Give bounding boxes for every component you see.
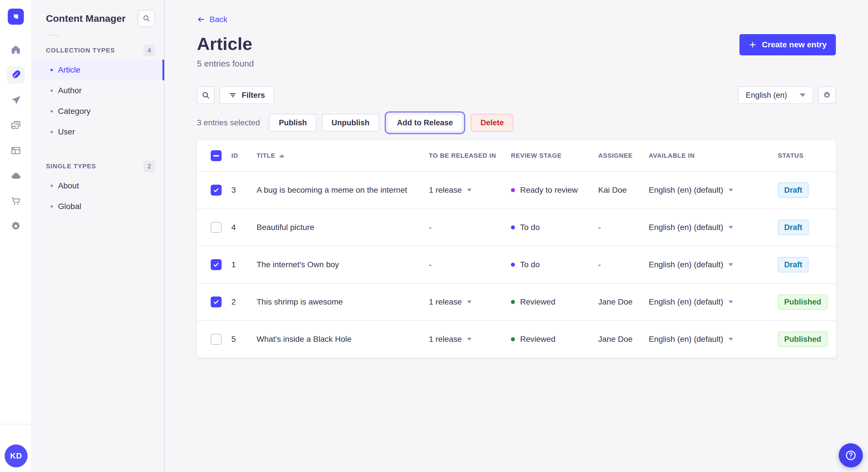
status-badge: Draft: [778, 182, 809, 198]
cell-title: The internet's Own boy: [257, 260, 429, 269]
stage-dot-icon: [511, 225, 515, 229]
column-header-title[interactable]: TITLE: [257, 152, 429, 160]
strapi-logo[interactable]: [8, 9, 24, 25]
content-manager-sidebar: Content Manager COLLECTION TYPES 4 Artic…: [32, 0, 165, 472]
column-header-review-stage[interactable]: REVIEW STAGE: [511, 152, 598, 160]
cell-id: 4: [231, 223, 257, 232]
filters-button[interactable]: Filters: [219, 86, 274, 104]
view-settings-button[interactable]: [818, 86, 836, 104]
bullet-icon: [51, 185, 53, 187]
section-count-badge: 4: [144, 45, 155, 56]
cell-assignee: Jane Doe: [598, 297, 649, 307]
search-button[interactable]: [197, 86, 215, 104]
select-all-checkbox[interactable]: [211, 150, 222, 161]
release-text: -: [429, 260, 431, 269]
unpublish-button[interactable]: Unpublish: [322, 114, 379, 132]
column-header-assignee[interactable]: ASSIGNEE: [598, 152, 649, 160]
bullet-icon: [51, 205, 53, 208]
content-manager-icon[interactable]: [7, 66, 25, 84]
create-new-entry-button[interactable]: Create new entry: [739, 34, 836, 55]
stage-text: Reviewed: [520, 297, 555, 307]
stage-dot-icon: [511, 300, 515, 304]
release-text: 1 release: [429, 335, 462, 344]
available-caret-icon[interactable]: [728, 301, 733, 303]
table-row[interactable]: 5 What's inside a Black Hole 1 release R…: [197, 320, 836, 358]
sidebar-search-button[interactable]: [138, 10, 155, 27]
publish-button[interactable]: Publish: [269, 114, 317, 132]
bullet-icon: [51, 90, 53, 92]
row-checkbox[interactable]: [211, 185, 222, 196]
table-header-row: ID TITLE TO BE RELEASED IN REVIEW STAGE …: [197, 140, 836, 171]
sort-ascending-icon: [279, 154, 284, 158]
settings-icon[interactable]: [7, 217, 25, 235]
table-row[interactable]: 2 This shrimp is awesome 1 release Revie…: [197, 283, 836, 320]
table-body: 3 A bug is becoming a meme on the intern…: [197, 171, 836, 358]
search-icon: [202, 91, 210, 100]
release-text: 1 release: [429, 297, 462, 307]
back-arrow-icon: [197, 15, 206, 24]
media-library-icon[interactable]: [7, 116, 25, 134]
stage-dot-icon: [511, 188, 515, 192]
column-header-release[interactable]: TO BE RELEASED IN: [429, 152, 511, 160]
row-checkbox[interactable]: [211, 297, 222, 307]
release-caret-icon[interactable]: [467, 338, 472, 341]
deploy-icon[interactable]: [7, 167, 25, 185]
main-nav-rail: KD: [0, 0, 32, 472]
question-mark-icon: [845, 449, 857, 461]
sidebar-item-label: Author: [58, 86, 82, 95]
row-checkbox[interactable]: [211, 222, 222, 233]
table-row[interactable]: 3 A bug is becoming a meme on the intern…: [197, 171, 836, 208]
check-icon: [213, 299, 220, 305]
sidebar-item-category[interactable]: Category: [32, 101, 164, 122]
available-caret-icon[interactable]: [728, 189, 733, 192]
release-caret-icon[interactable]: [467, 301, 472, 303]
releases-icon[interactable]: [7, 91, 25, 109]
available-caret-icon[interactable]: [728, 263, 733, 266]
table-row[interactable]: 1 The internet's Own boy - To do - Engli…: [197, 246, 836, 283]
chevron-down-icon: [800, 94, 805, 97]
row-checkbox[interactable]: [211, 334, 222, 345]
content-manager-app: KD Content Manager COLLECTION TYPES 4 Ar…: [0, 0, 868, 472]
sidebar-item-label: Category: [58, 107, 91, 116]
available-caret-icon[interactable]: [728, 226, 733, 229]
add-to-release-button[interactable]: Add to Release: [387, 114, 463, 132]
section-label: SINGLE TYPES: [46, 163, 96, 170]
content-type-builder-icon[interactable]: [7, 142, 25, 160]
cell-assignee: Kai Doe: [598, 186, 649, 195]
sidebar-item-global[interactable]: Global: [32, 196, 164, 217]
marketplace-icon[interactable]: [7, 192, 25, 210]
release-caret-icon[interactable]: [467, 189, 472, 192]
available-text: English (en) (default): [649, 335, 723, 344]
stage-dot-icon: [511, 263, 515, 267]
user-avatar[interactable]: KD: [5, 444, 28, 467]
rail-divider: [0, 424, 32, 425]
column-header-status[interactable]: STATUS: [778, 152, 836, 160]
sidebar-item-article[interactable]: Article: [32, 60, 164, 80]
sidebar-item-about[interactable]: About: [32, 175, 164, 196]
column-header-id[interactable]: ID: [231, 152, 257, 160]
stage-dot-icon: [511, 337, 515, 341]
available-caret-icon[interactable]: [728, 338, 733, 341]
cell-title: Beautiful picture: [257, 223, 429, 232]
release-text: 1 release: [429, 186, 462, 195]
table-row[interactable]: 4 Beautiful picture - To do - English (e…: [197, 208, 836, 246]
back-link[interactable]: Back: [197, 15, 227, 24]
home-icon[interactable]: [7, 41, 25, 59]
entries-table: ID TITLE TO BE RELEASED IN REVIEW STAGE …: [197, 140, 836, 358]
sidebar-item-author[interactable]: Author: [32, 80, 164, 101]
sidebar-item-user[interactable]: User: [32, 122, 164, 142]
check-icon: [213, 187, 220, 194]
sidebar-item-label: Article: [58, 65, 81, 74]
help-button[interactable]: [839, 443, 863, 467]
available-text: English (en) (default): [649, 260, 723, 269]
check-icon: [213, 261, 220, 268]
bullet-icon: [51, 69, 53, 71]
locale-select[interactable]: English (en): [738, 86, 813, 104]
search-icon: [143, 14, 150, 22]
sidebar-title: Content Manager: [46, 13, 126, 24]
column-header-available-in[interactable]: AVAILABLE IN: [649, 152, 778, 160]
row-checkbox[interactable]: [211, 259, 222, 270]
bullet-icon: [51, 110, 53, 112]
delete-button[interactable]: Delete: [471, 114, 514, 132]
selection-summary: 3 entries selected: [197, 118, 260, 127]
